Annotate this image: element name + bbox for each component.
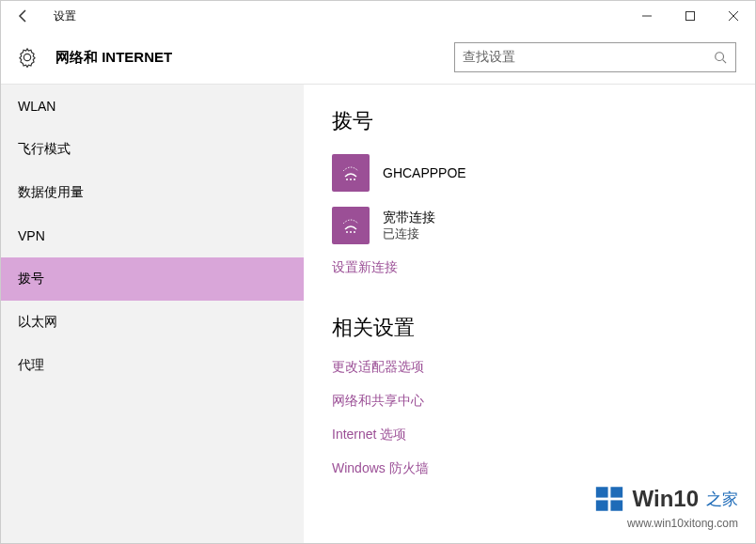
svg-line-3 [723, 60, 727, 64]
sidebar-item-data-usage[interactable]: 数据使用量 [1, 171, 304, 214]
search-placeholder: 查找设置 [463, 49, 713, 66]
arrow-left-icon [16, 8, 31, 23]
maximize-button[interactable] [669, 1, 712, 31]
settings-icon [16, 46, 39, 69]
sidebar-item-label: WLAN [18, 99, 55, 114]
search-icon [713, 50, 728, 65]
svg-point-6 [354, 179, 355, 180]
sidebar-item-label: 代理 [18, 357, 44, 374]
new-connection-link[interactable]: 设置新连接 [332, 259, 727, 276]
svg-point-9 [354, 231, 355, 233]
dialup-icon [332, 207, 370, 244]
maximize-icon [685, 11, 695, 21]
sidebar-item-label: 拨号 [18, 271, 44, 288]
sidebar-item-wlan[interactable]: WLAN [1, 85, 304, 128]
link-internet-options[interactable]: Internet 选项 [332, 427, 727, 443]
section-heading: 拨号 [332, 107, 727, 135]
connection-item[interactable]: GHCAPPPOE [332, 154, 727, 192]
window-title: 设置 [46, 8, 76, 24]
link-adapter-options[interactable]: 更改适配器选项 [332, 359, 727, 376]
content: WLAN 飞行模式 数据使用量 VPN 拨号 以太网 代理 拨号 GHCAPPP… [1, 84, 755, 543]
sidebar-item-label: VPN [18, 228, 45, 243]
svg-point-8 [350, 231, 352, 233]
link-windows-firewall[interactable]: Windows 防火墙 [332, 460, 727, 477]
svg-rect-11 [610, 487, 622, 497]
svg-point-2 [716, 53, 724, 61]
sidebar-item-label: 飞行模式 [18, 141, 71, 158]
connection-item[interactable]: 宽带连接 已连接 [332, 207, 727, 244]
watermark-suffix: 之家 [706, 489, 738, 510]
sidebar-item-ethernet[interactable]: 以太网 [1, 301, 304, 344]
watermark: Win10 之家 www.win10xitong.com [593, 483, 738, 530]
svg-point-5 [350, 179, 352, 180]
sidebar-item-vpn[interactable]: VPN [1, 214, 304, 257]
titlebar: 设置 [1, 1, 755, 31]
dialup-icon [332, 154, 370, 192]
sidebar-item-airplane[interactable]: 飞行模式 [1, 128, 304, 171]
close-icon [729, 11, 738, 21]
link-network-sharing[interactable]: 网络和共享中心 [332, 393, 727, 410]
main-panel: 拨号 GHCAPPPOE 宽带连接 已连接 设置新连接 相关设置 更改适配器选项 [304, 85, 755, 543]
gear-icon [17, 47, 38, 68]
header: 网络和 INTERNET 查找设置 [1, 31, 755, 84]
svg-rect-13 [610, 500, 622, 510]
connection-name: 宽带连接 [383, 209, 435, 225]
minimize-button[interactable] [625, 1, 669, 31]
related-heading: 相关设置 [332, 314, 727, 342]
svg-rect-1 [686, 12, 695, 21]
svg-rect-10 [595, 487, 607, 497]
search-input[interactable]: 查找设置 [454, 42, 736, 72]
window-controls [625, 1, 755, 31]
watermark-brand: Win10 [633, 486, 699, 512]
connection-name: GHCAPPPOE [383, 164, 466, 181]
watermark-url: www.win10xitong.com [627, 517, 738, 530]
svg-point-4 [346, 179, 348, 180]
related-section: 相关设置 更改适配器选项 网络和共享中心 Internet 选项 Windows… [332, 314, 727, 477]
sidebar-item-proxy[interactable]: 代理 [1, 344, 304, 387]
svg-point-7 [346, 231, 348, 233]
minimize-icon [642, 11, 652, 21]
close-button[interactable] [712, 1, 755, 31]
svg-rect-12 [595, 500, 607, 510]
sidebar-item-label: 数据使用量 [18, 184, 84, 201]
back-button[interactable] [1, 1, 46, 31]
windows-logo-icon [593, 483, 625, 515]
page-title: 网络和 INTERNET [55, 49, 172, 67]
sidebar: WLAN 飞行模式 数据使用量 VPN 拨号 以太网 代理 [1, 85, 304, 543]
connection-status: 已连接 [383, 226, 435, 242]
sidebar-item-label: 以太网 [18, 314, 57, 331]
sidebar-item-dialup[interactable]: 拨号 [1, 257, 304, 301]
